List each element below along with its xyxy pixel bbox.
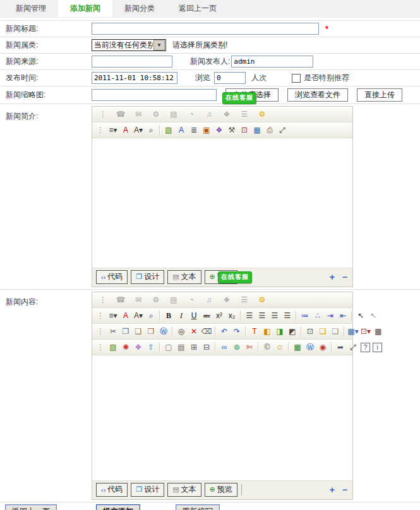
- dashed-box-icon[interactable]: ⊡: [238, 124, 251, 136]
- bg-color-icon[interactable]: ◨: [273, 325, 286, 338]
- toolbar-grip[interactable]: ⋮: [97, 294, 109, 306]
- info-icon[interactable]: i: [373, 343, 382, 352]
- news-title-input[interactable]: [92, 23, 319, 35]
- browse-file-button[interactable]: 浏览查看文件: [287, 88, 348, 102]
- bold-icon[interactable]: B: [162, 309, 175, 322]
- remove-link-icon[interactable]: ✄: [243, 341, 256, 353]
- views-input[interactable]: [214, 72, 246, 84]
- tab-add-news[interactable]: 添加新闻: [58, 0, 112, 17]
- unordered-list-icon[interactable]: ∴: [311, 309, 324, 322]
- collapse-editor-icon[interactable]: −: [342, 485, 347, 494]
- hyperlink-icon[interactable]: ⊚: [231, 341, 243, 353]
- fill-color-icon[interactable]: ◧: [261, 325, 273, 338]
- editor-tab-design[interactable]: ❐设计: [131, 270, 164, 284]
- paste-word-icon[interactable]: Ⓦ: [157, 325, 170, 338]
- table-icon[interactable]: ▦: [251, 124, 263, 136]
- summary-editor-canvas[interactable]: [92, 138, 352, 268]
- back-button[interactable]: 返回上一页: [5, 504, 57, 510]
- copy-icon[interactable]: ❐: [119, 325, 132, 338]
- undo-icon[interactable]: ↶: [218, 325, 231, 338]
- clock-icon[interactable]: ◔: [185, 108, 198, 121]
- editor-tab-preview[interactable]: ⊕预览: [205, 483, 237, 497]
- new-window-icon[interactable]: ⤢: [347, 341, 359, 353]
- panel-icon[interactable]: ▤: [167, 294, 180, 306]
- text-field-icon[interactable]: ⊟: [200, 341, 213, 353]
- print-icon[interactable]: ⎙: [263, 124, 276, 136]
- tab-news-manage[interactable]: 新闻管理: [4, 0, 58, 17]
- web-link-icon[interactable]: ∞: [218, 341, 231, 353]
- phone-icon[interactable]: ☎: [114, 108, 127, 121]
- outline-icon[interactable]: ☰: [238, 294, 251, 306]
- flash-icon[interactable]: ✺: [119, 341, 132, 353]
- justify-icon[interactable]: ☰: [281, 309, 294, 322]
- panel-icon[interactable]: ▤: [167, 108, 180, 121]
- text-color-icon[interactable]: T: [248, 325, 261, 338]
- zoom-icon[interactable]: ⌕: [145, 124, 157, 136]
- collapse-editor-icon[interactable]: −: [342, 273, 347, 282]
- redo-icon[interactable]: ↷: [231, 325, 243, 338]
- headset-icon[interactable]: ♫: [203, 294, 215, 306]
- insert-image-icon[interactable]: ▧: [107, 341, 119, 353]
- doc-insert-icon[interactable]: ▤: [175, 341, 188, 353]
- editor-tab-code[interactable]: ‹›代码: [96, 270, 128, 284]
- calendar-icon[interactable]: ⊞: [188, 341, 200, 353]
- upload-icon[interactable]: ⇧: [145, 341, 157, 353]
- node-diagram-icon[interactable]: ❖: [213, 124, 225, 136]
- ordered-list-icon[interactable]: ≔: [299, 309, 311, 322]
- superscript-icon[interactable]: x²: [213, 309, 225, 322]
- thumbnail-input[interactable]: [92, 89, 217, 101]
- edit-image-icon[interactable]: ▧: [162, 124, 175, 136]
- subscript-icon[interactable]: x₂: [225, 309, 238, 322]
- font-color-icon[interactable]: A: [119, 309, 132, 322]
- font-size-icon[interactable]: A▾: [132, 124, 145, 136]
- phone-icon[interactable]: ☎: [114, 294, 127, 306]
- excel-import-icon[interactable]: ▦: [291, 341, 304, 353]
- editor-tab-text[interactable]: ▤文本: [167, 483, 201, 497]
- paste-icon[interactable]: ❑: [132, 325, 145, 338]
- shapes-icon[interactable]: ❖: [220, 108, 233, 121]
- send-mail-icon[interactable]: ✉: [132, 294, 145, 306]
- toolbar-grip[interactable]: ⋮: [97, 108, 109, 121]
- align-left-icon[interactable]: ☰: [243, 309, 256, 322]
- font-color-icon[interactable]: A: [119, 124, 132, 136]
- submit-add-button[interactable]: 提交添加: [96, 504, 140, 510]
- online-service-badge[interactable]: 在线客服: [218, 271, 252, 283]
- strikethrough-icon[interactable]: abc: [200, 309, 213, 322]
- indent-icon[interactable]: ⇥: [324, 309, 337, 322]
- gauge-icon[interactable]: ◉: [316, 341, 329, 353]
- category-select[interactable]: 当前没有任何类别 ▼: [92, 39, 166, 51]
- frame-select-icon[interactable]: ⊡: [304, 325, 316, 338]
- table-icon[interactable]: ▦▾: [347, 325, 359, 338]
- expand-editor-icon[interactable]: +: [330, 273, 335, 282]
- bring-front-icon[interactable]: ❏: [316, 325, 329, 338]
- headset-icon[interactable]: ♫: [203, 108, 215, 121]
- toolbar-grip[interactable]: ⋮: [94, 309, 107, 322]
- align-right-icon[interactable]: ☰: [268, 309, 281, 322]
- grid-icon[interactable]: ▩: [372, 325, 385, 338]
- tab-news-category[interactable]: 新闻分类: [112, 0, 167, 17]
- publish-time-input[interactable]: [92, 72, 177, 84]
- gear-icon[interactable]: ⚙: [150, 294, 162, 306]
- settings-gear-icon[interactable]: ⚙: [256, 294, 268, 306]
- select-cursor-icon[interactable]: ↖: [354, 309, 367, 322]
- editor-tab-text[interactable]: ▤文本: [167, 270, 201, 284]
- paste-text-icon[interactable]: ❒: [145, 325, 157, 338]
- send-mail-icon[interactable]: ✉: [132, 108, 145, 121]
- gear-icon[interactable]: ⚙: [150, 108, 162, 121]
- delete-icon[interactable]: ✕: [188, 325, 200, 338]
- find-icon[interactable]: ◎: [175, 325, 188, 338]
- insert-template-icon[interactable]: ≣: [188, 124, 200, 136]
- new-doc-icon[interactable]: ▢: [162, 341, 175, 353]
- italic-icon[interactable]: I: [175, 309, 188, 322]
- news-source-input[interactable]: [92, 56, 172, 68]
- font-style-icon[interactable]: A: [175, 124, 188, 136]
- toolbar-grip[interactable]: ⋮: [94, 341, 107, 353]
- outline-icon[interactable]: ☰: [238, 108, 251, 121]
- cut-icon[interactable]: ✂: [107, 325, 119, 338]
- settings-gear-icon[interactable]: ⚙: [256, 108, 268, 121]
- toolbar-grip[interactable]: ⋮: [94, 325, 107, 338]
- help-icon[interactable]: ?: [361, 343, 370, 352]
- contrast-icon[interactable]: ◩: [286, 325, 299, 338]
- zoom-icon[interactable]: ⌕: [145, 309, 157, 322]
- maximize-icon[interactable]: ⤢: [276, 124, 289, 136]
